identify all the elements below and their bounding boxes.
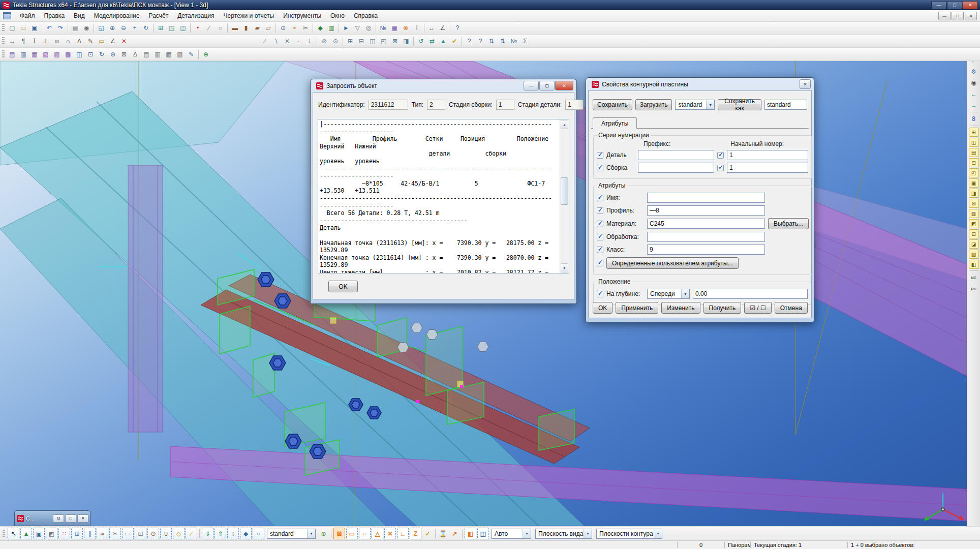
menu-item[interactable]: Справка [349, 11, 382, 21]
apply-button[interactable]: Применить [616, 302, 658, 314]
select-planes-icon[interactable]: ◇ [173, 528, 185, 539]
gusset-component-icon[interactable]: ▣ [969, 178, 979, 188]
part-stage-field[interactable] [565, 100, 584, 110]
construction-circle-icon[interactable]: ○ [215, 23, 225, 33]
create-beam-icon[interactable]: ▬ [230, 23, 240, 33]
half-box-icon[interactable]: ◨ [401, 36, 411, 46]
clash-check-icon[interactable]: ⊗ [401, 23, 411, 33]
create-weld-icon[interactable]: ≈ [289, 23, 299, 33]
snap-perpendicular-icon[interactable]: ⊥ [304, 36, 315, 46]
corner-box-icon[interactable]: ◰ [379, 36, 389, 46]
assembly-drawing-icon[interactable]: ▧ [41, 49, 51, 59]
select-filter-b-icon[interactable]: ○ [253, 528, 264, 539]
component-catalog-icon[interactable]: ◆ [315, 23, 325, 33]
select-material-button[interactable]: Выбрать... [768, 218, 809, 229]
revision-icon[interactable]: Δ [130, 49, 140, 59]
minimized-window[interactable]: С... ⊡ □ ✕ [14, 510, 90, 526]
finish-checkbox[interactable]: ✓ [597, 234, 603, 240]
chevron-down-icon[interactable]: ▾ [706, 100, 714, 109]
drawing-wizard-icon[interactable]: ◫ [74, 49, 84, 59]
sort-icon[interactable]: ⇅ [486, 36, 497, 46]
select-rebars-icon[interactable]: ∪ [160, 528, 172, 539]
confirm-tool-icon[interactable]: ✔ [449, 36, 460, 46]
stiffener-component-icon[interactable]: ◰ [969, 168, 979, 177]
dwg-export-icon[interactable]: ▧ [175, 49, 185, 59]
close-button[interactable]: ✕ [800, 79, 811, 89]
snap-reference-icon[interactable]: ⊠ [333, 528, 345, 539]
snap-perpendicular-icon[interactable]: ∟ [397, 528, 409, 539]
minimize-button[interactable]: — [931, 1, 946, 10]
create-cut-icon[interactable]: ✂ [300, 23, 311, 33]
inquire-part-icon[interactable]: ? [464, 36, 474, 46]
preset-combo[interactable]: standard ▾ [675, 100, 715, 110]
select-assemblies-icon[interactable]: ⊡ [135, 528, 146, 539]
select-instances-icon[interactable]: ↕ [227, 528, 239, 539]
inquire-object-icon[interactable]: i [412, 23, 422, 33]
freeze-drawing-icon[interactable]: ⊛ [108, 49, 118, 59]
select-all-icon[interactable]: ↖ [8, 528, 19, 539]
create-grid-icon[interactable]: ⊞ [156, 23, 166, 33]
single-drawing-icon[interactable]: ▨ [52, 49, 62, 59]
snap-endpoint-icon[interactable]: ∖ [271, 36, 281, 46]
auto-connections-icon[interactable]: ⚙ [969, 67, 979, 77]
select-cuts-icon[interactable]: ✂ [109, 528, 121, 539]
close-button[interactable]: ✕ [963, 1, 978, 10]
lock-drawing-icon[interactable]: ⊠ [119, 49, 129, 59]
part-series-checkbox[interactable]: ✓ [597, 152, 603, 159]
modify-button[interactable]: Изменить [661, 302, 700, 314]
snap-geometry-icon[interactable]: ▭ [346, 528, 358, 539]
solid-box-icon[interactable]: ⊞ [345, 36, 355, 46]
link-icon[interactable]: ∞ [52, 36, 62, 46]
level-mark-icon[interactable]: ⊥ [41, 36, 51, 46]
close-button[interactable]: ✕ [77, 514, 88, 523]
snap-mode-combo[interactable]: Авто ▾ [492, 529, 531, 539]
name-checkbox[interactable]: ✓ [597, 195, 603, 201]
print-icon[interactable]: ▤ [70, 23, 80, 33]
snap-intersection-icon[interactable]: ✕ [282, 36, 292, 46]
open-drawing-icon[interactable]: ▤ [7, 49, 17, 59]
phase-8-icon[interactable]: 8 [969, 114, 979, 124]
applications-icon[interactable]: ▥ [326, 23, 336, 33]
chevron-down-icon[interactable]: ▾ [654, 529, 662, 538]
numeric-lock-icon[interactable]: ⌛ [438, 528, 448, 539]
snap-any-icon[interactable]: △ [372, 528, 383, 539]
snap-plane-icon[interactable]: ◫ [477, 528, 489, 539]
user-defined-attributes-button[interactable]: Определенные пользователем атрибуты... [606, 257, 739, 269]
rail-component-icon[interactable]: ◪ [969, 239, 979, 249]
series-icon[interactable]: № [509, 36, 519, 46]
erase-icon[interactable]: ✕ [119, 36, 129, 46]
clip-angle-component-icon[interactable]: ▤ [969, 148, 979, 157]
find-icon[interactable]: ◎ [363, 23, 374, 33]
phases-icon[interactable]: ► [341, 23, 351, 33]
menu-item[interactable]: Окно [326, 11, 349, 21]
menu-item[interactable]: Правка [40, 11, 70, 21]
back-icon[interactable]: ← [969, 89, 979, 99]
update-drawing-icon[interactable]: ↻ [97, 49, 107, 59]
undo-icon[interactable]: ↶ [44, 23, 54, 33]
toolbar-grip[interactable] [2, 24, 5, 32]
renumber-icon[interactable]: ⇅ [498, 36, 508, 46]
select-grid-lines-icon[interactable]: ∥ [84, 528, 96, 539]
assembly-series-checkbox[interactable]: ✓ [597, 165, 603, 171]
zoom-out-icon[interactable]: ⊖ [118, 23, 129, 33]
haunch-component-icon[interactable]: ◩ [969, 219, 979, 228]
mdi-close-button[interactable]: ✕ [965, 12, 977, 20]
work-plane-combo[interactable]: Плоскость вида ▾ [535, 529, 592, 539]
zoom-extents-icon[interactable]: ◱ [96, 23, 106, 33]
reports-icon[interactable]: ▦ [389, 23, 400, 33]
select-welds-icon[interactable]: ≈ [97, 528, 108, 539]
snap-confirm-icon[interactable]: ✓ [422, 528, 433, 539]
create-column-icon[interactable]: ▮ [241, 23, 251, 33]
mdi-minimize-button[interactable]: — [938, 12, 951, 20]
minimize-button[interactable]: — [524, 81, 539, 90]
part-start-field[interactable] [727, 150, 808, 160]
part-start-checkbox[interactable]: ✓ [717, 152, 724, 159]
filter-icon[interactable]: ▽ [352, 23, 362, 33]
snap-intersections-icon[interactable]: ✕ [384, 528, 396, 539]
sum-icon[interactable]: Σ [520, 36, 530, 46]
numbering-icon[interactable]: № [378, 23, 388, 33]
ruler-icon[interactable]: ▭ [97, 36, 107, 46]
bracing-component-icon[interactable]: ⊠ [969, 199, 979, 208]
cancel-button[interactable]: Отмена [775, 302, 808, 314]
splice-component-icon[interactable]: ⊞ [969, 128, 979, 137]
